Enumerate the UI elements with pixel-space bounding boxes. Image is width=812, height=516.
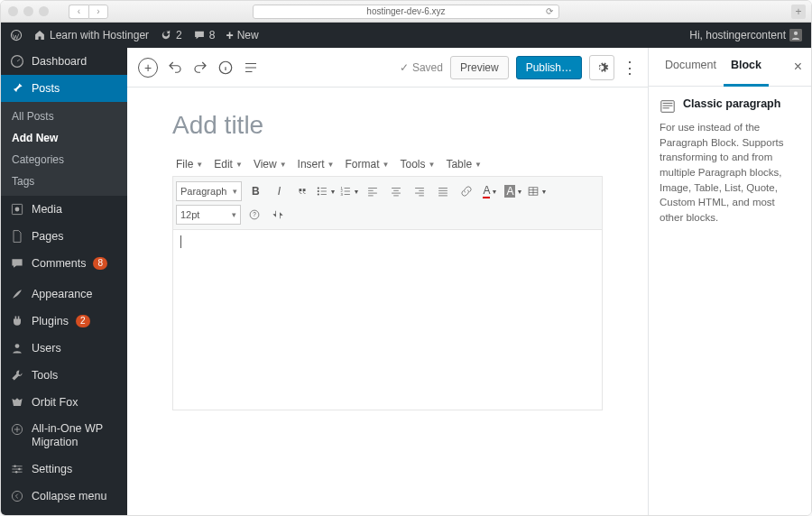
refresh-icon [160,29,172,41]
comments-link[interactable]: 8 [193,29,216,41]
close-inspector-button[interactable]: × [794,48,802,86]
mce-menu-table[interactable]: Table▼ [442,156,485,172]
redo-button[interactable] [192,60,208,76]
new-content-link[interactable]: +New [226,28,258,42]
svg-point-11 [12,491,22,501]
align-center-button[interactable] [386,181,406,201]
caret-icon: ▼ [328,161,335,169]
post-title-input[interactable]: Add title [172,88,603,152]
tinymce-toolbar: Paragraph B I ▼ 123▼ A▼ A▼ [172,176,603,230]
comments-badge: 8 [93,257,107,270]
sidebar-item-label: Posts [32,82,60,95]
insert-block-button[interactable]: + [138,58,158,78]
sidebar-item-label: Users [32,342,61,355]
fontsize-select[interactable]: 12pt [176,205,241,225]
sidebar-item-appearance[interactable]: Appearance [1,281,127,308]
svg-point-8 [14,465,15,467]
svg-text:?: ? [253,211,256,217]
updates-link[interactable]: 2 [160,29,182,41]
sidebar-collapse[interactable]: Collapse menu [1,483,127,510]
sidebar-item-dashboard[interactable]: Dashboard [1,48,127,75]
submenu-all-posts[interactable]: All Posts [1,106,127,127]
sidebar-item-label: All-in-One WP Migration [32,422,118,449]
gear-icon [595,60,609,75]
caret-icon: ▼ [196,161,203,169]
sidebar-item-label: Orbit Fox [32,396,78,409]
save-status: ✓Saved [400,61,443,74]
undo-button[interactable] [167,60,183,76]
italic-button[interactable]: I [269,181,289,201]
sidebar-item-tools[interactable]: Tools [1,362,127,389]
nav-back-button[interactable]: ‹ [69,5,88,19]
preview-button[interactable]: Preview [450,56,509,79]
bold-button[interactable]: B [245,181,265,201]
mac-titlebar: ‹ › hostinger-dev-6.xyz ⟳ + [1,1,811,23]
sidebar-item-aiomigration[interactable]: All-in-One WP Migration [1,416,127,456]
address-bar[interactable]: hostinger-dev-6.xyz ⟳ [253,5,559,19]
sidebar-item-plugins[interactable]: Plugins2 [1,308,127,335]
wp-logo-icon[interactable] [10,29,23,41]
help-button[interactable]: ? [245,205,264,225]
avatar-icon [789,29,802,41]
text-color-button[interactable]: A▼ [480,181,500,201]
svg-point-2 [794,32,798,35]
submenu-add-new[interactable]: Add New [1,127,127,149]
new-tab-button[interactable]: + [791,5,806,19]
traffic-light-close[interactable] [8,6,18,16]
table-button[interactable]: ▼ [527,181,547,201]
svg-point-5 [15,207,20,212]
tinymce-content[interactable] [172,230,603,410]
sidebar-item-label: Dashboard [32,55,87,68]
reload-icon[interactable]: ⟳ [546,6,553,16]
sidebar-item-media[interactable]: Media [1,196,127,223]
align-right-button[interactable] [410,181,429,201]
outline-button[interactable] [243,60,259,76]
sidebar-item-label: Media [32,203,62,216]
svg-point-6 [15,344,20,348]
settings-toggle-button[interactable] [589,55,614,80]
site-link[interactable]: Learn with Hostinger [33,29,149,41]
mce-menu-view[interactable]: View▼ [250,156,291,172]
url-text: hostinger-dev-6.xyz [366,6,445,16]
publish-button[interactable]: Publish… [516,56,582,79]
my-account-link[interactable]: Hi, hostingercontent [689,29,802,41]
svg-point-14 [318,190,319,192]
mce-menu-tools[interactable]: Tools▼ [396,156,438,172]
sidebar-item-label: Collapse menu [32,490,106,502]
tab-block[interactable]: Block [724,48,769,87]
info-button[interactable] [217,60,234,76]
mce-menu-file[interactable]: File▼ [172,156,207,172]
nav-forward-button[interactable]: › [88,5,108,19]
sidebar-item-comments[interactable]: Comments8 [1,250,127,277]
mce-menu-format[interactable]: Format▼ [342,156,393,172]
readmore-button[interactable] [268,205,288,225]
caret-icon: ▼ [280,161,287,169]
sidebar-item-settings[interactable]: Settings [1,456,127,483]
align-left-button[interactable] [363,181,383,201]
mce-menu-insert[interactable]: Insert▼ [294,156,338,172]
link-button[interactable] [457,181,476,201]
editor-canvas: Add title File▼ Edit▼ View▼ Insert▼ Form… [127,88,648,515]
align-justify-button[interactable] [433,181,453,201]
submenu-categories[interactable]: Categories [1,149,127,170]
sidebar-item-pages[interactable]: Pages [1,223,127,250]
block-title: Classic paragraph [683,97,780,110]
sidebar-item-orbitfox[interactable]: Orbit Fox [1,389,127,416]
tab-document[interactable]: Document [658,48,724,86]
blockquote-button[interactable] [292,181,312,201]
sidebar-item-users[interactable]: Users [1,335,127,362]
sidebar-item-label: Appearance [32,288,92,300]
traffic-light-max[interactable] [39,6,49,16]
format-select[interactable]: Paragraph [176,181,242,201]
sidebar-item-posts[interactable]: Posts [1,75,127,102]
traffic-light-min[interactable] [23,6,33,16]
more-menu-button[interactable]: ⋮ [622,58,637,78]
wp-adminbar: Learn with Hostinger 2 8 +New Hi, hostin… [1,23,811,48]
ul-button[interactable]: ▼ [316,181,336,201]
ol-button[interactable]: 123▼ [339,181,359,201]
submenu-tags[interactable]: Tags [1,170,127,192]
wrench-icon [10,368,24,382]
mce-menu-edit[interactable]: Edit▼ [210,156,246,172]
pin-icon [10,81,24,96]
bg-color-button[interactable]: A▼ [503,181,523,201]
